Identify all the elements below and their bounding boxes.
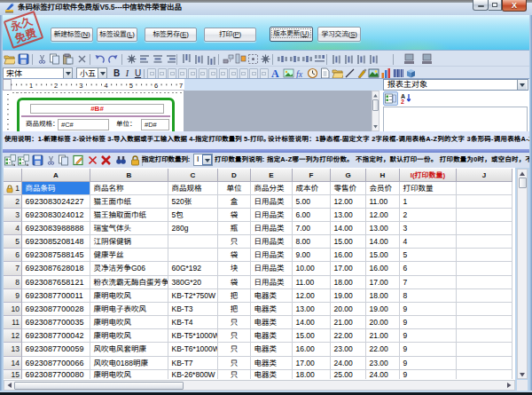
svg-text:5: 5 <box>129 82 133 90</box>
svg-text:4: 4 <box>105 82 108 90</box>
svg-text:2: 2 <box>54 82 58 90</box>
svg-text:6: 6 <box>154 82 158 90</box>
svg-text:2: 2 <box>401 99 404 104</box>
svg-text:3: 3 <box>79 82 82 90</box>
svg-text:1: 1 <box>29 82 33 90</box>
svg-text:7: 7 <box>179 82 183 90</box>
